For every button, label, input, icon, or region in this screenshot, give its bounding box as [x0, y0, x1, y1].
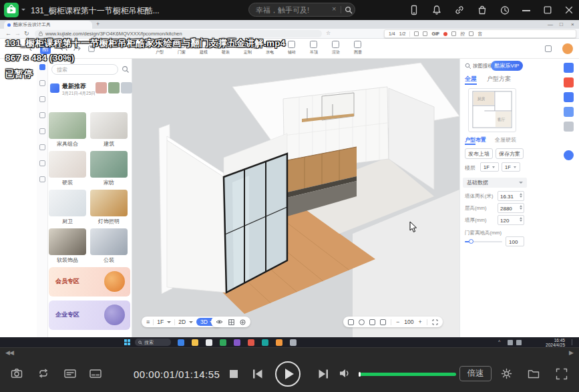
close-button[interactable] [565, 6, 573, 14]
category-card: 厨卫 [49, 190, 86, 225]
featured-title: 最新推荐 [62, 82, 86, 91]
progress-playhead[interactable] [359, 372, 361, 377]
mode-2d-button: 2D [178, 319, 186, 325]
category-card: 软装饰品 [49, 228, 86, 264]
search-divider [341, 6, 341, 13]
fullscreen-icon[interactable] [556, 368, 568, 380]
catalog-nav-icon [39, 64, 45, 70]
search-by-image-label: 按图搜模 [473, 63, 493, 69]
shop-bag-icon[interactable] [477, 5, 488, 15]
recorded-browser-tabstrip: 酷家乐云设计工具 + — □ × [0, 20, 579, 29]
tab-underline [465, 83, 477, 85]
search-icon[interactable] [345, 6, 353, 14]
image-search-icon [465, 63, 471, 69]
catalog-nav-icon [39, 128, 45, 134]
floor-row-label: 楼层 [465, 164, 475, 172]
settings-gear-icon[interactable] [501, 368, 512, 379]
video-content-area[interactable]: 酷家乐云设计工具 + — □ × ← → ↻ www.kujiale.com/d… [0, 20, 579, 347]
search-input[interactable]: 幸福，触手可及! × [248, 3, 355, 17]
recorder-camera-icon [423, 31, 427, 36]
notification-bell-icon[interactable] [431, 5, 442, 15]
playlist-icon[interactable] [64, 369, 76, 379]
save-plan-button: 保存方案 [496, 148, 524, 159]
open-folder-icon[interactable] [528, 369, 540, 379]
field-label: 墙体周长(米) [465, 193, 494, 200]
taskbar-search: 搜索 [135, 339, 171, 346]
catalog-nav-icon [39, 80, 45, 86]
recorder-toolbar: 1/4 1/2 GIF 控 音 [384, 29, 576, 38]
subtitle-icon[interactable] [89, 369, 102, 379]
phone-icon[interactable] [409, 5, 419, 15]
app-logo-icon[interactable] [4, 3, 19, 17]
recorded-cursor-icon [409, 221, 417, 233]
compass-icon [359, 319, 365, 325]
catalog-panel: 搜索 最新推荐 3月21日-4月25日 家具组合 建筑 硬装 家纺 厨卫 灯饰照… [37, 59, 132, 337]
video-player-window: 131_橱柜课程第十一节橱柜吊柜酷... 幸福，触手可及! × 酷家乐云设计工具… [0, 0, 579, 392]
tool-item: 图册 [349, 41, 367, 55]
height-slider [465, 241, 502, 242]
start-button-icon [124, 339, 130, 345]
chevron-down-icon[interactable] [21, 9, 25, 11]
featured-date: 3月21日-4月25日 [62, 91, 95, 97]
previous-button[interactable] [252, 369, 263, 379]
reload-icon: ↻ [24, 30, 29, 37]
recorder-gif-button: GIF [431, 31, 439, 36]
support-icon [564, 150, 574, 160]
recorder-audio-label: 音 [477, 31, 482, 37]
recorded-taskbar: 搜索 ^ 16:45 2024/4/25 [0, 337, 579, 347]
speed-button[interactable]: 倍速 [459, 366, 492, 381]
view-options-toolbar [211, 317, 250, 327]
maximize-button[interactable] [544, 6, 552, 14]
feedback-icon [564, 107, 574, 117]
tab-floorplan: 户型方案 [487, 75, 511, 83]
window-title: 131_橱柜课程第十一节橱柜吊柜酷... [31, 5, 160, 17]
floating-tools [564, 63, 574, 165]
browser-tab: 酷家乐云设计工具 [4, 21, 92, 29]
target-icon [240, 319, 246, 325]
next-button[interactable] [318, 369, 329, 379]
recorder-half-size: 1/2 [399, 31, 406, 36]
playlist-expand-arrow-icon[interactable]: ▶ [569, 349, 573, 356]
seek-back-arrows-icon[interactable]: ◀◀ [5, 349, 13, 356]
ceiling-height-field: 2880 [498, 203, 524, 213]
back-icon: ← [5, 30, 11, 37]
stop-button[interactable] [230, 370, 238, 378]
taskbar-app-icon [178, 339, 184, 346]
play-button[interactable] [275, 361, 301, 387]
catalog-nav-icon [39, 96, 45, 102]
titlebar: 131_橱柜课程第十一节橱柜吊柜酷... 幸福，触手可及! × [0, 0, 579, 20]
clear-search-icon[interactable]: × [332, 5, 336, 13]
favicon-icon [7, 23, 11, 27]
show-desktop-strip [572, 339, 576, 345]
featured-icon [50, 83, 59, 93]
volume-icon[interactable] [339, 368, 351, 379]
tutorial-icon [564, 92, 574, 102]
slider-label: 门窗离地高(mm) [465, 230, 502, 236]
progress-bar[interactable] [359, 373, 456, 376]
enterprise-zone-figure [104, 305, 125, 325]
link-icon[interactable] [454, 5, 465, 15]
forward-icon: → [15, 30, 21, 37]
view-mode-toolbar: ≡ 1F 2D 3D [142, 317, 222, 327]
tool-item: 吊顶 [305, 41, 323, 55]
history-clock-icon[interactable] [500, 5, 510, 15]
taskbar-app-icon [262, 339, 268, 346]
screenshot-icon[interactable] [11, 368, 23, 379]
floor-select-1: 1F [480, 162, 499, 172]
loop-icon[interactable] [37, 369, 49, 378]
recorder-crop-icon [414, 31, 419, 36]
recorder-quarter-size: 1/4 [389, 31, 395, 36]
slider-handle [469, 239, 473, 244]
subtab-hardfit: 全屋硬装 [495, 136, 516, 144]
tray-volume-icon [516, 340, 522, 345]
minimize-button[interactable] [522, 10, 530, 11]
url-field: www.kujiale.com/design/3FO4K6MQVXXX/fpco… [35, 30, 322, 37]
field-label: 墙厚(mm) [465, 217, 487, 224]
publish-button: 发布上墙 [465, 148, 493, 159]
layers-menu-icon: ≡ [146, 319, 150, 325]
recorder-monitor-icon [469, 31, 473, 36]
catalog-search-input: 搜索 [51, 64, 118, 75]
osd-dimensions: 867 × 484 (30%) [5, 53, 74, 63]
catalog-nav-icon [39, 144, 45, 150]
field-label: 层高(mm) [465, 205, 487, 212]
